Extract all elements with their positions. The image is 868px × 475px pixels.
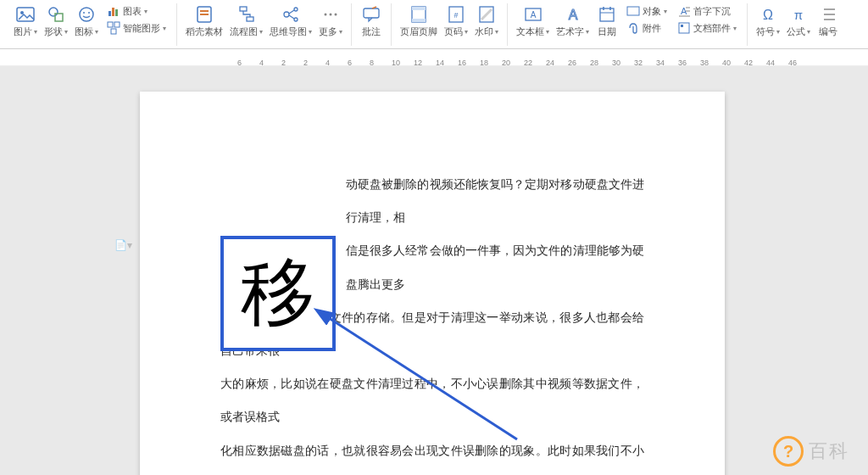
ribbon-group-illustrations: 图片▾ 形状▾ 图标▾ 图表▾ 智能图形▾	[5, 3, 177, 46]
document-canvas[interactable]: 📄▾ 动硬盘被删除的视频还能恢复吗？定期对移动硬盘文件进行清理，相 信是很多人经…	[0, 66, 868, 475]
chevron-down-icon: ▾	[465, 28, 468, 36]
chevron-down-icon: ▾	[733, 25, 737, 32]
docer-button[interactable]: 稻壳素材	[182, 3, 226, 40]
chevron-down-icon: ▾	[64, 28, 68, 36]
date-button[interactable]: 日期	[593, 3, 621, 40]
svg-point-20	[294, 18, 298, 21]
body-line: 动硬盘被删除的视频还能恢复吗？定期对移动硬盘文件进行清理，相	[220, 168, 644, 234]
chevron-down-icon: ▾	[34, 28, 37, 36]
svg-point-1	[20, 11, 24, 14]
pagenum-label: 页码	[444, 25, 463, 38]
right-sidebar-tab[interactable]	[854, 270, 868, 341]
dropcap-character: 移	[241, 256, 315, 331]
svg-rect-27	[412, 19, 426, 22]
chevron-down-icon: ▾	[339, 28, 342, 36]
comment-icon	[362, 5, 381, 24]
svg-point-22	[330, 14, 332, 16]
docparts-label: 文档部件	[693, 22, 731, 35]
svg-point-4	[80, 8, 93, 21]
smartart-button[interactable]: 智能图形▾	[105, 20, 168, 36]
mindmap-label: 思维导图	[270, 25, 307, 38]
headerfooter-icon	[409, 5, 428, 24]
svg-rect-8	[112, 8, 114, 16]
chevron-down-icon: ▾	[144, 8, 147, 15]
watermark-label: 水印	[475, 25, 493, 38]
svg-text:A: A	[568, 8, 577, 22]
pagenum-button[interactable]: # 页码▾	[441, 3, 471, 40]
attach-label: 附件	[643, 22, 661, 35]
insert-shapes-button[interactable]: 形状▾	[41, 3, 71, 40]
svg-line-31	[481, 9, 492, 20]
svg-point-18	[284, 12, 289, 17]
flowchart-icon	[237, 5, 256, 24]
ribbon-toolbar: 图片▾ 形状▾ 图标▾ 图表▾ 智能图形▾ 稻壳素材 流程图▾ 思维导图▾	[0, 0, 868, 49]
equation-label: 公式	[787, 25, 805, 38]
headerfooter-label: 页眉页脚	[400, 25, 437, 38]
dropcap-button[interactable]: A首字下沉	[676, 3, 738, 19]
docparts-button[interactable]: 文档部件▾	[676, 20, 738, 36]
docer-label: 稻壳素材	[186, 25, 223, 38]
symbol-button[interactable]: Ω 符号▾	[753, 3, 783, 40]
textbox-icon: A	[524, 5, 542, 24]
wordart-button[interactable]: A 艺术字▾	[553, 3, 593, 40]
comment-label: 批注	[362, 25, 381, 38]
section-marker-icon: 📄▾	[114, 239, 132, 251]
ribbon-group-diagrams: 稻壳素材 流程图▾ 思维导图▾ 更多▾	[177, 3, 352, 46]
numbering-label: 编号	[819, 25, 837, 38]
svg-rect-12	[111, 29, 116, 34]
equation-button[interactable]: π 公式▾	[783, 3, 814, 40]
textbox-button[interactable]: A 文本框▾	[513, 3, 553, 40]
attach-button[interactable]: 附件	[625, 20, 669, 36]
insert-picture-button[interactable]: 图片▾	[10, 3, 41, 40]
svg-text:π: π	[794, 8, 803, 22]
headerfooter-button[interactable]: 页眉页脚	[397, 3, 441, 40]
picture-icon	[16, 5, 35, 24]
wordart-label: 艺术字	[556, 25, 584, 38]
chevron-down-icon: ▾	[95, 28, 98, 36]
ribbon-group-comment: 批注	[352, 3, 392, 46]
chart-button[interactable]: 图表▾	[105, 3, 168, 19]
chevron-down-icon: ▾	[776, 28, 780, 36]
numbering-button[interactable]: 编号	[814, 3, 843, 40]
symbol-icon: Ω	[759, 5, 777, 24]
more-button[interactable]: 更多▾	[315, 3, 346, 40]
object-button[interactable]: 对象▾	[625, 3, 669, 19]
svg-rect-11	[114, 22, 120, 27]
body-line: 大的麻烦，比如说在硬盘文件清理过程中，不小心误删除其中视频等数据文件，或者误格式	[220, 367, 644, 433]
date-icon	[598, 5, 616, 24]
chart-icon	[107, 4, 120, 18]
date-label: 日期	[598, 25, 616, 38]
docparts-icon	[677, 21, 691, 35]
more-label: 更多	[319, 25, 337, 38]
attach-icon	[626, 21, 640, 35]
chevron-down-icon: ▾	[586, 28, 589, 36]
svg-rect-17	[247, 17, 253, 21]
brand-watermark: ? 百科	[773, 436, 849, 467]
mindmap-icon	[281, 5, 300, 24]
ribbon-group-symbols: Ω 符号▾ π 公式▾ 编号	[748, 3, 848, 46]
flowchart-button[interactable]: 流程图▾	[226, 3, 266, 40]
svg-point-21	[325, 14, 327, 16]
watermark-badge-icon: ?	[773, 436, 804, 467]
ribbon-group-text: A 文本框▾ A 艺术字▾ 日期 对象▾ 附件 A首字下沉 文档部件▾	[508, 3, 748, 46]
smartart-icon	[107, 21, 120, 35]
docer-icon	[195, 5, 214, 24]
dropcap-label: 首字下沉	[693, 5, 731, 18]
watermark-button[interactable]: 水印▾	[471, 3, 502, 40]
dropcap-selection-box[interactable]: 移	[220, 236, 336, 351]
dropcap-icon: A	[677, 4, 691, 18]
svg-rect-10	[108, 22, 113, 27]
ribbon-group-headerfooter: 页眉页脚 # 页码▾ 水印▾	[392, 3, 508, 46]
watermark-text: 百科	[809, 439, 849, 464]
svg-rect-24	[364, 8, 379, 18]
mindmap-button[interactable]: 思维导图▾	[266, 3, 315, 40]
comment-button[interactable]: 批注	[357, 3, 386, 40]
horizontal-ruler[interactable]: 6422468101214161820222426283032343638404…	[0, 49, 868, 66]
icons-label: 图标	[75, 25, 93, 38]
svg-point-2	[49, 8, 58, 16]
svg-point-19	[294, 8, 298, 11]
chevron-down-icon: ▾	[546, 28, 549, 36]
pagenum-icon: #	[447, 5, 465, 24]
insert-icons-button[interactable]: 图标▾	[71, 3, 102, 40]
picture-label: 图片	[14, 25, 32, 38]
